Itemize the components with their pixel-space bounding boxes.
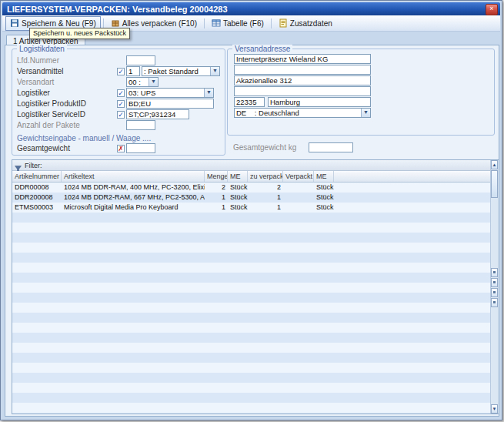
spacer [117, 79, 125, 86]
dot-icon [493, 301, 496, 303]
scrollbar-button[interactable] [491, 298, 498, 307]
cell-verpackt [283, 193, 314, 203]
spacer [117, 57, 125, 65]
versandart-label: Versandart [17, 78, 54, 86]
chevron-down-icon[interactable]: ▼ [361, 109, 370, 117]
versandart-row: Versandart 00 : ▼ [17, 77, 222, 87]
cell-artikelnummer: ETMS00003 [12, 203, 62, 213]
table-row[interactable]: ETMS00003 Microsoft Digital Media Pro Ke… [12, 203, 490, 213]
scrollbar-button[interactable] [491, 268, 498, 277]
adresse-zusatz-input[interactable] [234, 86, 371, 96]
chevron-down-icon[interactable]: ▼ [210, 67, 219, 75]
scrollbar-button[interactable] [491, 288, 498, 297]
filter-icon [15, 162, 22, 169]
adresse-strasse-input[interactable] [234, 75, 371, 85]
gesamtgewicht-input[interactable] [126, 143, 155, 153]
cell-filler [334, 193, 490, 203]
scrollbar-thumb[interactable] [491, 170, 498, 198]
adresse-name1-input[interactable] [234, 54, 371, 64]
chevron-down-icon[interactable]: ▼ [149, 78, 158, 86]
cell-artikeltext: 1024 MB DDR2-RAM, 667 MHz, PC2-5300, Aen… [62, 193, 205, 203]
adresse-name2-input[interactable] [234, 65, 371, 75]
spacer [117, 122, 125, 129]
produkt-id-checkbox[interactable]: ✓ [117, 100, 125, 108]
table-label: Tabelle (F6) [223, 19, 264, 28]
versandmittel-input[interactable] [126, 66, 140, 76]
scrollbar-button[interactable] [491, 278, 498, 287]
cell-zu-verpacken: 1 [248, 203, 283, 213]
cell-menge: 1 [205, 203, 228, 213]
filter-label: Filter: [25, 162, 42, 169]
gesamtgewicht-checkbox[interactable]: ✗ [117, 145, 125, 152]
column-header-artikeltext[interactable]: Artikeltext [62, 171, 205, 182]
produkt-id-label: Logistiker ProduktID [17, 99, 86, 108]
table-row[interactable]: DDR00008 1024 MB DDR-RAM, 400 MHz, PC-32… [12, 183, 490, 193]
close-icon[interactable]: × [486, 4, 498, 15]
column-header-me2[interactable]: ME [314, 171, 334, 182]
anzahl-pakete-input[interactable] [126, 120, 155, 130]
gesamtgewicht-label: Gesamtgewicht [17, 144, 70, 152]
grid-main: Filter: Artikelnummer Artikeltext Menge … [12, 160, 490, 414]
cell-verpackt [283, 183, 314, 193]
dot-icon [493, 281, 496, 283]
cell-me2: Stück [314, 183, 334, 193]
versandart-combo-value: 00 : [127, 78, 149, 86]
zusatzdaten-button[interactable]: Zusatzdaten [274, 16, 337, 31]
adresse-ort-input[interactable] [268, 97, 371, 107]
dot-icon [493, 291, 496, 293]
toolbar-separator [204, 18, 205, 28]
versandmittel-combo-value: : Paket Standard [142, 67, 210, 75]
versandart-combo[interactable]: 00 : ▼ [126, 77, 159, 87]
versandmittel-combo[interactable]: : Paket Standard ▼ [142, 66, 220, 76]
scroll-down-icon[interactable]: ▼ [491, 404, 498, 414]
logistiker-checkbox[interactable]: ✓ [117, 89, 125, 97]
logistiker-combo[interactable]: 03: UPS ▼ [126, 88, 214, 98]
cell-me: Stück [228, 203, 248, 213]
logistiker-label: Logistiker [17, 89, 50, 97]
package-icon [111, 18, 120, 28]
cell-artikeltext: Microsoft Digital Media Pro Keyboard [62, 203, 205, 213]
titlebar[interactable]: LIEFERSYSTEM-VERPACKEN: Versandbeleg 200… [2, 2, 500, 15]
scroll-up-icon[interactable]: ▲ [491, 160, 498, 169]
logistiker-row: Logistiker ✓ 03: UPS ▼ [17, 88, 222, 98]
column-header-menge[interactable]: Menge [205, 171, 228, 182]
column-header-me[interactable]: ME [228, 171, 248, 182]
vertical-scrollbar[interactable]: ▲ ▼ [490, 160, 499, 414]
toolbar-separator [271, 18, 272, 28]
cell-me2: Stück [314, 203, 334, 213]
produkt-id-input[interactable] [126, 99, 214, 109]
table-row[interactable]: DDR200008 1024 MB DDR2-RAM, 667 MHz, PC2… [12, 193, 490, 203]
grid-filter-row[interactable]: Filter: [12, 160, 490, 171]
logistiker-combo-value: 03: UPS [127, 89, 204, 97]
window-title: LIEFERSYSTEM-VERPACKEN: Versandbeleg 200… [2, 5, 228, 14]
column-header-zu-verpacken[interactable]: zu verpacke [248, 171, 283, 182]
service-id-input[interactable] [126, 109, 189, 119]
grid-empty-rows [12, 213, 490, 414]
service-id-checkbox[interactable]: ✓ [117, 111, 125, 119]
column-header-artikelnummer[interactable]: Artikelnummer [12, 171, 62, 182]
chevron-down-icon[interactable]: ▼ [204, 89, 213, 97]
column-header-verpackt[interactable]: Verpackt [283, 171, 314, 182]
adresse-plz-input[interactable] [234, 97, 265, 107]
lfd-nummer-input[interactable] [126, 55, 155, 65]
adresse-land-value: DE : Deutschland [235, 109, 361, 117]
versandadresse-title: Versandadresse [232, 45, 292, 53]
gesamtgewicht-kg-input[interactable] [309, 142, 353, 152]
anzahl-pakete-label: Anzahl der Pakete [17, 121, 80, 129]
table-button[interactable]: Tabelle (F6) [207, 16, 269, 31]
table-icon [212, 18, 221, 28]
versandadresse-group: Versandadresse DE : Deutschland ▼ [227, 49, 495, 136]
cell-me: Stück [228, 183, 248, 193]
articles-grid: Filter: Artikelnummer Artikeltext Menge … [12, 159, 499, 414]
cell-me2: Stück [314, 193, 334, 203]
versandmittel-checkbox[interactable]: ✓ [117, 68, 125, 75]
content-panel: Logistikdaten Lfd.Nummer Versandmittel ✓… [5, 45, 499, 417]
gesamtgewicht-row: Gesamtgewicht ✗ [17, 143, 222, 153]
versandmittel-row: Versandmittel ✓ : Paket Standard ▼ [17, 66, 222, 76]
cell-menge: 1 [205, 193, 228, 203]
adresse-land-combo[interactable]: DE : Deutschland ▼ [234, 108, 371, 118]
service-id-label: Logistiker ServiceID [17, 110, 85, 119]
app-window: LIEFERSYSTEM-VERPACKEN: Versandbeleg 200… [0, 0, 502, 420]
cell-verpackt [283, 203, 314, 213]
cell-filler [334, 183, 490, 193]
